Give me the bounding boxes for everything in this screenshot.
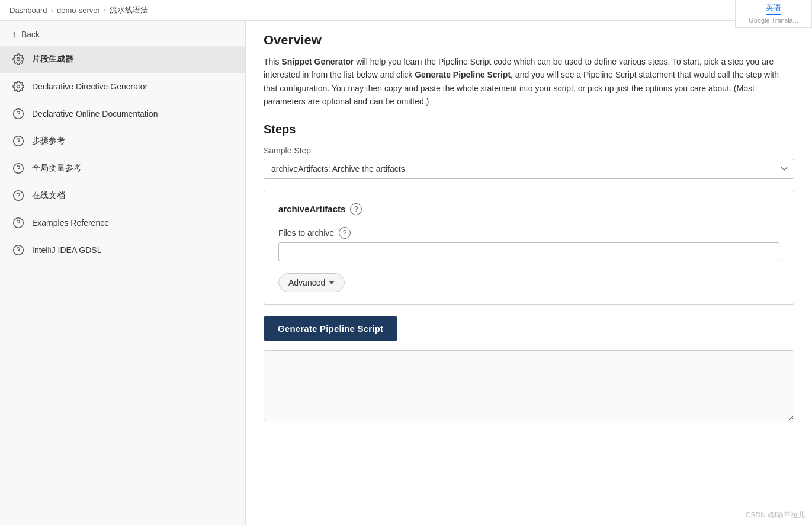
- sidebar-item-steps-reference[interactable]: 步骤参考: [0, 127, 245, 155]
- output-area[interactable]: [264, 350, 794, 421]
- question-icon-steps: [12, 135, 25, 148]
- sidebar-item-snippet-generator[interactable]: 片段生成器: [0, 46, 245, 73]
- back-button[interactable]: ↑ Back: [0, 23, 245, 46]
- sidebar-item-examples-label: Examples Reference: [32, 218, 109, 228]
- sidebar-item-snippet-label: 片段生成器: [32, 54, 73, 65]
- top-bar: Dashboard › demo-server › 流水线语法 英语 Googl…: [0, 0, 812, 21]
- main-content: Overview This Snippet Generator will hel…: [246, 21, 812, 525]
- overview-text: This Snippet Generator will help you lea…: [264, 55, 794, 108]
- sidebar-item-online-docs-zh[interactable]: 在线文档: [0, 182, 245, 209]
- advanced-label: Advanced: [288, 278, 325, 287]
- step-name: archiveArtifacts: [278, 204, 345, 214]
- svg-point-6: [14, 164, 24, 174]
- sidebar-item-intellij-gdsl[interactable]: IntelliJ IDEA GDSL: [0, 236, 245, 264]
- sidebar-item-examples-reference[interactable]: Examples Reference: [0, 209, 245, 236]
- back-arrow-icon: ↑: [12, 29, 17, 40]
- sidebar-item-directive-label: Declarative Directive Generator: [32, 82, 147, 91]
- question-icon-online-docs-zh: [12, 189, 25, 202]
- step-header: archiveArtifacts ?: [278, 203, 779, 215]
- gear-icon-snippet: [12, 53, 25, 66]
- files-to-archive-label-row: Files to archive ?: [278, 227, 779, 239]
- svg-point-12: [14, 245, 24, 255]
- overview-text-1: This: [264, 57, 281, 66]
- breadcrumb-current: 流水线语法: [110, 5, 148, 15]
- sidebar-item-declarative-directive[interactable]: Declarative Directive Generator: [0, 73, 245, 100]
- sidebar-item-steps-label: 步骤参考: [32, 136, 65, 146]
- svg-point-8: [14, 191, 24, 201]
- generate-pipeline-script-button[interactable]: Generate Pipeline Script: [264, 316, 397, 341]
- sample-step-select[interactable]: archiveArtifacts: Archive the artifacts: [264, 159, 794, 179]
- files-to-archive-label: Files to archive: [278, 228, 334, 238]
- sidebar-item-globals-label: 全局变量参考: [32, 163, 82, 174]
- sidebar-item-declarative-online-docs[interactable]: Declarative Online Documentation: [0, 100, 245, 127]
- overview-bold-2: Generate Pipeline Script: [415, 70, 511, 79]
- advanced-button[interactable]: Advanced: [278, 273, 345, 292]
- translate-brand: Google Transla...: [743, 17, 804, 24]
- step-help-icon[interactable]: ?: [350, 203, 362, 215]
- steps-title: Steps: [264, 123, 794, 136]
- svg-point-1: [17, 85, 20, 88]
- breadcrumb-sep-2: ›: [104, 6, 106, 15]
- sidebar-item-online-docs-label: Declarative Online Documentation: [32, 109, 158, 119]
- breadcrumb-server[interactable]: demo-server: [57, 6, 100, 15]
- question-icon-intellij: [12, 244, 25, 257]
- gear-icon-directive: [12, 80, 25, 93]
- question-icon-examples: [12, 216, 25, 229]
- main-layout: ↑ Back 片段生成器 Declarative Directive Gener…: [0, 21, 812, 525]
- svg-point-4: [14, 136, 24, 146]
- breadcrumb-dashboard[interactable]: Dashboard: [9, 6, 47, 15]
- files-to-archive-input[interactable]: [278, 242, 779, 261]
- sample-step-label: Sample Step: [264, 146, 794, 155]
- sidebar-item-intellij-label: IntelliJ IDEA GDSL: [32, 245, 102, 255]
- svg-point-0: [17, 58, 20, 61]
- translate-lang[interactable]: 英语: [766, 2, 781, 15]
- files-to-archive-group: Files to archive ?: [278, 227, 779, 261]
- translate-widget: 英语 Google Transla...: [735, 0, 812, 28]
- chevron-down-icon: [329, 281, 335, 284]
- question-icon-globals: [12, 162, 25, 175]
- svg-point-2: [14, 109, 24, 119]
- files-help-icon[interactable]: ?: [339, 227, 351, 239]
- svg-point-10: [14, 218, 24, 228]
- sidebar: ↑ Back 片段生成器 Declarative Directive Gener…: [0, 21, 246, 525]
- step-box: archiveArtifacts ? Files to archive ? Ad…: [264, 191, 794, 305]
- back-label: Back: [21, 30, 40, 39]
- sidebar-item-global-variables[interactable]: 全局变量参考: [0, 155, 245, 182]
- overview-title: Overview: [264, 33, 794, 48]
- sidebar-item-online-docs-zh-label: 在线文档: [32, 190, 65, 201]
- breadcrumb-sep-1: ›: [51, 6, 53, 15]
- overview-bold-1: Snippet Generator: [281, 57, 354, 66]
- watermark: CSDN @l猫不拉儿: [746, 510, 805, 520]
- question-icon-online-docs: [12, 107, 25, 120]
